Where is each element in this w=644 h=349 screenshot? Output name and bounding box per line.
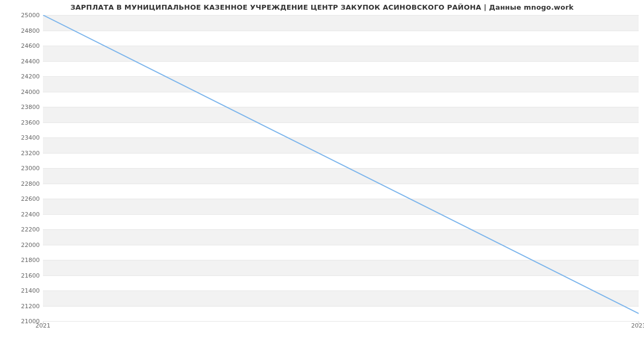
y-tick-label: 21200 [8,302,40,309]
y-tick-label: 22000 [8,241,40,248]
y-tick-label: 22600 [8,195,40,202]
series-line [43,15,639,314]
y-tick-label: 21400 [8,287,40,294]
plot-area [43,15,639,322]
y-tick-label: 21000 [8,318,40,325]
y-tick-label: 22800 [8,180,40,187]
y-tick-label: 24400 [8,57,40,64]
y-tick-label: 21800 [8,257,40,264]
y-gridline [43,321,639,322]
y-tick-label: 22400 [8,210,40,217]
y-tick-label: 23200 [8,149,40,156]
chart-title: ЗАРПЛАТА В МУНИЦИПАЛЬНОЕ КАЗЕННОЕ УЧРЕЖД… [0,3,644,11]
y-tick-label: 23000 [8,165,40,172]
y-tick-label: 23400 [8,134,40,141]
x-tick-label: 2021 [35,322,50,329]
y-tick-label: 24000 [8,88,40,95]
x-tick-label: 2023 [631,322,644,329]
y-tick-label: 23600 [8,119,40,126]
y-tick-label: 24800 [8,27,40,34]
chart-container: ЗАРПЛАТА В МУНИЦИПАЛЬНОЕ КАЗЕННОЕ УЧРЕЖД… [0,0,644,349]
line-series [43,15,639,321]
y-tick-label: 25000 [8,12,40,19]
y-tick-label: 23800 [8,104,40,111]
y-tick-label: 24600 [8,42,40,49]
y-tick-label: 21600 [8,272,40,279]
y-tick-label: 24200 [8,73,40,80]
y-tick-label: 22200 [8,226,40,233]
